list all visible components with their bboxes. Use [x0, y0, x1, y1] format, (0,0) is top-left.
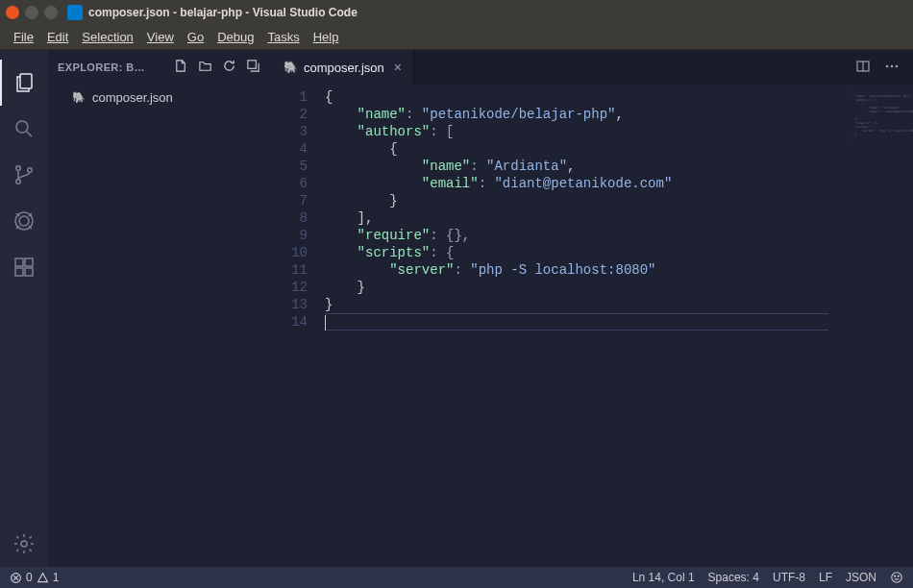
- statusbar: 0 1 Ln 14, Col 1 Spaces: 4 UTF-8 LF JSON: [0, 567, 913, 588]
- menubar: File Edit Selection View Go Debug Tasks …: [0, 25, 913, 50]
- svg-point-15: [891, 64, 894, 67]
- activity-settings[interactable]: [0, 521, 48, 567]
- svg-rect-10: [25, 258, 33, 266]
- tab-label: composer.json: [304, 61, 384, 75]
- svg-point-2: [16, 166, 21, 171]
- smiley-icon: [890, 571, 903, 584]
- tabbar: 🐘 composer.json ×: [271, 50, 913, 85]
- svg-rect-9: [25, 268, 33, 276]
- svg-rect-0: [20, 74, 32, 88]
- split-icon: [855, 59, 871, 74]
- menu-edit[interactable]: Edit: [41, 28, 74, 46]
- activity-source-control[interactable]: [0, 152, 48, 198]
- search-icon: [12, 117, 36, 140]
- file-item-composer-json[interactable]: 🐘 composer.json: [48, 86, 270, 108]
- status-language[interactable]: JSON: [846, 571, 876, 584]
- status-encoding[interactable]: UTF-8: [773, 571, 805, 584]
- menu-file[interactable]: File: [8, 28, 39, 46]
- window-minimize-button[interactable]: [25, 6, 38, 19]
- vscode-app-icon: [67, 5, 83, 20]
- svg-point-20: [898, 576, 899, 576]
- menu-debug[interactable]: Debug: [211, 28, 259, 46]
- json-file-icon: 🐘: [71, 89, 86, 105]
- window-close-button[interactable]: [6, 6, 19, 19]
- svg-point-14: [886, 64, 889, 67]
- file-item-label: composer.json: [92, 90, 173, 105]
- activitybar: [0, 50, 48, 567]
- error-icon: [10, 572, 22, 584]
- new-folder-button[interactable]: [198, 59, 212, 76]
- collapse-icon: [246, 59, 260, 73]
- svg-point-3: [16, 180, 21, 184]
- status-cursor-position[interactable]: Ln 14, Col 1: [632, 571, 695, 584]
- activity-debug[interactable]: [0, 198, 48, 244]
- more-icon: [884, 59, 900, 74]
- bug-icon: [12, 209, 36, 233]
- warning-icon: [37, 572, 49, 584]
- status-problems[interactable]: 0 1: [10, 571, 59, 584]
- svg-rect-7: [15, 258, 23, 266]
- extensions-icon: [12, 256, 36, 279]
- tab-composer-json[interactable]: 🐘 composer.json ×: [271, 50, 414, 85]
- svg-point-11: [21, 541, 27, 547]
- new-file-button[interactable]: [174, 59, 188, 76]
- activity-explorer[interactable]: [0, 60, 48, 106]
- split-editor-button[interactable]: [855, 59, 871, 77]
- window-title: composer.json - belajar-php - Visual Stu…: [88, 6, 358, 19]
- activity-extensions[interactable]: [0, 244, 48, 290]
- minimap[interactable]: { "name": "petanikode/belajar-php", "aut…: [844, 85, 913, 567]
- svg-point-16: [896, 64, 899, 67]
- menu-view[interactable]: View: [141, 28, 180, 46]
- more-actions-button[interactable]: [884, 59, 900, 77]
- menu-go[interactable]: Go: [182, 28, 210, 46]
- status-indentation[interactable]: Spaces: 4: [708, 571, 759, 584]
- refresh-icon: [222, 59, 236, 73]
- status-eol[interactable]: LF: [819, 571, 832, 584]
- svg-point-1: [16, 121, 28, 133]
- svg-rect-8: [15, 268, 23, 276]
- editor-area: 🐘 composer.json × 1234567891011121314 { …: [271, 50, 913, 567]
- line-number-gutter: 1234567891011121314: [271, 85, 325, 567]
- menu-help[interactable]: Help: [308, 28, 345, 46]
- editor-body[interactable]: 1234567891011121314 { "name": "petanikod…: [271, 85, 913, 567]
- new-file-icon: [174, 59, 188, 73]
- status-feedback[interactable]: [890, 571, 903, 584]
- svg-point-19: [895, 576, 896, 576]
- gear-icon: [12, 532, 36, 555]
- code-content[interactable]: { "name": "petanikode/belajar-php", "aut…: [325, 85, 844, 567]
- svg-rect-12: [248, 61, 256, 68]
- sidebar-title: EXPLORER: B…: [58, 61, 168, 73]
- window-maximize-button[interactable]: [44, 6, 58, 19]
- collapse-all-button[interactable]: [246, 59, 260, 76]
- json-file-icon: 🐘: [283, 60, 298, 75]
- window-titlebar: composer.json - belajar-php - Visual Stu…: [0, 0, 913, 25]
- svg-point-4: [28, 168, 33, 173]
- git-branch-icon: [12, 163, 36, 186]
- explorer-sidebar: EXPLORER: B… 🐘 composer.json: [48, 50, 271, 567]
- tab-close-button[interactable]: ×: [394, 60, 402, 75]
- svg-point-6: [19, 216, 29, 226]
- activity-search[interactable]: [0, 106, 48, 152]
- refresh-button[interactable]: [222, 59, 236, 76]
- svg-point-18: [892, 573, 902, 583]
- new-folder-icon: [198, 59, 212, 73]
- files-icon: [13, 71, 37, 94]
- menu-selection[interactable]: Selection: [76, 28, 138, 46]
- menu-tasks[interactable]: Tasks: [261, 28, 305, 46]
